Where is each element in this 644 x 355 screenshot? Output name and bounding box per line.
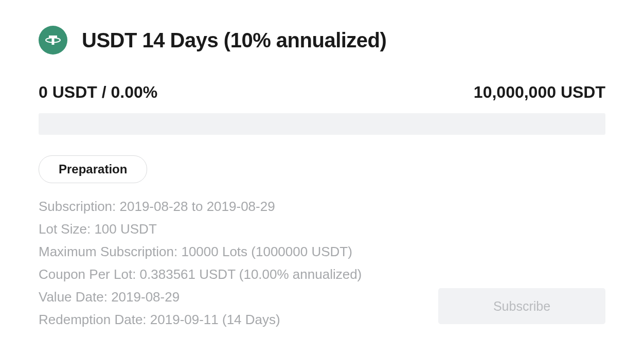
product-header: USDT 14 Days (10% annualized) bbox=[39, 26, 605, 55]
detail-coupon: Coupon Per Lot: 0.383561 USDT (10.00% an… bbox=[39, 267, 605, 282]
tether-icon bbox=[39, 26, 67, 55]
product-title: USDT 14 Days (10% annualized) bbox=[82, 29, 386, 52]
detail-subscription: Subscription: 2019-08-28 to 2019-08-29 bbox=[39, 199, 605, 215]
progress-bar bbox=[39, 113, 605, 135]
progress-summary: 0 USDT / 0.00% 10,000,000 USDT bbox=[39, 83, 605, 102]
progress-total: 10,000,000 USDT bbox=[474, 83, 605, 102]
subscribe-button[interactable]: Subscribe bbox=[438, 288, 605, 324]
progress-current: 0 USDT / 0.00% bbox=[39, 83, 157, 102]
status-badge: Preparation bbox=[39, 155, 147, 183]
detail-lot-size: Lot Size: 100 USDT bbox=[39, 221, 605, 237]
detail-max-subscription: Maximum Subscription: 10000 Lots (100000… bbox=[39, 244, 605, 260]
